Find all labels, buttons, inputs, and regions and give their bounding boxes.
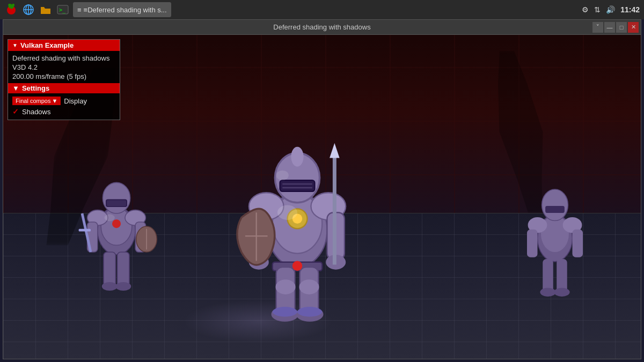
svg-point-56	[276, 170, 288, 180]
settings-header[interactable]: ▼ Settings	[8, 83, 120, 93]
window-titlebar: Deferred shading with shadows ˅ — □ ✕	[3, 20, 641, 35]
clock: 11:42	[620, 5, 640, 14]
info-api: V3D 4.2	[12, 63, 115, 72]
terminal-icon[interactable]: >_	[56, 3, 70, 17]
svg-rect-19	[117, 252, 129, 286]
network-icon[interactable]: ⇅	[594, 5, 601, 14]
svg-point-46	[275, 279, 295, 294]
window-controls: ˅ — □ ✕	[592, 22, 639, 33]
svg-marker-51	[330, 143, 340, 158]
active-tab-label: ≡Deferred shading with s...	[84, 6, 167, 14]
window-close-button[interactable]: ✕	[628, 22, 639, 33]
svg-point-69	[540, 288, 555, 297]
svg-point-21	[115, 282, 131, 291]
settings-label: Settings	[22, 84, 49, 92]
info-title: Deferred shading with shadows	[12, 54, 115, 63]
panel-header: ▼ Vulkan Example	[8, 40, 120, 51]
compositing-label: Final compos	[16, 98, 50, 104]
svg-point-61	[542, 189, 568, 221]
volume-icon[interactable]: 🔊	[606, 5, 615, 14]
folder-icon[interactable]	[39, 3, 53, 17]
window-content: ▼ Vulkan Example Deferred shading with s…	[3, 35, 641, 359]
svg-rect-62	[545, 206, 565, 213]
window-maximize-button[interactable]: □	[616, 22, 627, 33]
svg-rect-68	[557, 259, 567, 292]
main-window: Deferred shading with shadows ˅ — □ ✕	[3, 19, 641, 359]
svg-point-57	[272, 307, 297, 317]
overlay-panel: ▼ Vulkan Example Deferred shading with s…	[8, 39, 120, 120]
taskbar-right: ⚙ ⇅ 🔊 11:42	[582, 5, 640, 14]
raspberry-icon[interactable]	[4, 3, 18, 17]
knight-small	[74, 161, 159, 300]
settings-arrow-icon: ▼	[12, 84, 19, 92]
window-title: Deferred shading with shadows	[273, 23, 370, 31]
globe-icon[interactable]	[21, 3, 35, 17]
svg-text:>_: >_	[59, 7, 66, 13]
window-minimize-button[interactable]: —	[604, 22, 615, 33]
svg-point-54	[292, 261, 302, 271]
svg-point-58	[297, 307, 322, 317]
active-window-tab[interactable]: ≡ ≡Deferred shading with s...	[73, 2, 171, 17]
svg-rect-34	[280, 180, 314, 191]
active-tab-icon: ≡	[77, 6, 82, 14]
window-chevron-button[interactable]: ˅	[592, 22, 603, 33]
svg-rect-13	[106, 200, 126, 207]
shadows-label: Shadows	[22, 108, 50, 116]
taskbar: >_ ≡ ≡Deferred shading with s... ⚙ ⇅ 🔊 1…	[0, 0, 644, 19]
svg-rect-18	[104, 252, 115, 286]
svg-point-47	[299, 279, 319, 294]
compositing-arrow-icon: ▼	[52, 98, 57, 104]
panel-header-arrow: ▼	[12, 42, 18, 48]
svg-rect-23	[78, 229, 90, 232]
display-label: Display	[64, 97, 87, 105]
svg-rect-66	[572, 230, 583, 257]
svg-point-26	[112, 219, 121, 228]
knight-large	[233, 128, 362, 327]
compositing-row: Final compos ▼ Display	[12, 95, 115, 106]
svg-rect-65	[527, 230, 538, 257]
svg-rect-67	[543, 259, 553, 292]
svg-point-12	[103, 183, 130, 214]
panel-header-title: Vulkan Example	[20, 41, 74, 49]
knight-right	[520, 163, 590, 313]
svg-point-55	[277, 205, 297, 220]
info-perf: 200.00 ms/frame (5 fps)	[12, 72, 115, 81]
svg-point-20	[101, 282, 117, 291]
bluetooth-icon[interactable]: ⚙	[582, 5, 589, 14]
shadows-checkbox-check[interactable]: ✓	[12, 107, 19, 116]
compositing-dropdown[interactable]: Final compos ▼	[12, 97, 61, 105]
panel-body: Deferred shading with shadows V3D 4.2 20…	[8, 51, 120, 120]
svg-point-33	[291, 146, 303, 166]
svg-point-70	[554, 288, 569, 297]
svg-point-27	[104, 215, 114, 221]
shadows-row: ✓ Shadows	[12, 106, 115, 117]
